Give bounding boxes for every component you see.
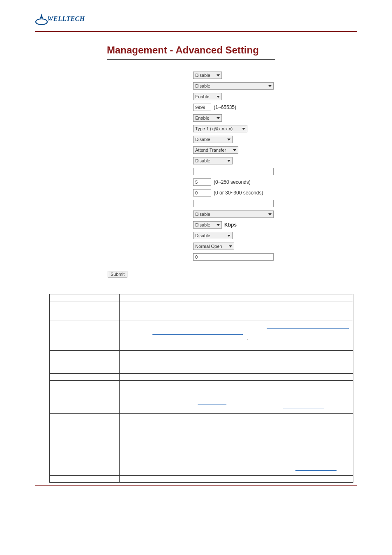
input-web-login-port[interactable] xyxy=(193,104,211,111)
brand-name: WELLTECH xyxy=(47,15,85,23)
label-send-flash-event: Send Flash Event: xyxy=(107,136,193,142)
label-syslog-ip: Syslog Server IP Address: xyxy=(107,201,193,206)
label-mgmt-from-wan: Management from WAN: xyxy=(107,94,193,99)
input-door-open-key[interactable] xyxy=(193,253,274,261)
hint-dhcp-arp-check: (0 or 30~300 seconds) xyxy=(214,190,263,196)
description-table: 。 xyxy=(49,294,353,483)
select-anonymous-call[interactable]: Disable xyxy=(193,82,274,90)
table-row xyxy=(50,414,353,476)
label-encryption-type: Encryption Type: xyxy=(107,158,193,164)
select-net-bw-limit[interactable]: Disable xyxy=(193,221,222,229)
select-telnet-login[interactable]: Enable xyxy=(193,114,222,122)
select-encryption-type[interactable]: Disable xyxy=(193,157,233,164)
desc-field xyxy=(50,321,120,351)
submit-button[interactable]: Submit xyxy=(108,271,127,278)
table-row xyxy=(50,476,353,483)
label-ip-dialing-format: IP Dialing Format: xyxy=(107,126,193,132)
desc-value xyxy=(120,414,353,476)
desc-field xyxy=(50,301,120,321)
input-encryption-key[interactable] xyxy=(193,168,274,175)
desc-field xyxy=(50,294,120,301)
select-icmp-not-echo[interactable]: Disable xyxy=(193,72,222,79)
settings-form: ICMP Not Echo: Disable Anonymous Call: D… xyxy=(0,60,279,261)
desc-field xyxy=(50,381,120,397)
desc-field xyxy=(50,374,120,381)
welltech-logo-icon xyxy=(35,12,48,25)
desc-field xyxy=(50,351,120,374)
input-syslog-ip[interactable] xyxy=(193,200,274,207)
select-system-log[interactable]: Disable xyxy=(193,210,274,218)
desc-value xyxy=(120,294,353,301)
label-dhcp-arp-check: DHCP Gateway ARP Check Period: xyxy=(107,190,193,196)
desc-value xyxy=(120,397,353,414)
select-relay-mode[interactable]: Normal Open xyxy=(193,243,234,250)
desc-value xyxy=(120,301,353,321)
desc-field xyxy=(50,414,120,476)
label-anonymous-call: Anonymous Call: xyxy=(107,83,193,89)
input-dhcp-arp-check[interactable] xyxy=(193,189,211,197)
svg-point-0 xyxy=(36,19,47,25)
label-relay-control: Relay Control: xyxy=(107,233,193,238)
label-door-open-key: Door Open Key: xyxy=(107,254,193,260)
desc-value xyxy=(120,374,353,381)
select-ip-dialing-format[interactable]: Type 1 (x@x.x.x.x) xyxy=(193,125,247,132)
hint-web-login-port: (1~65535) xyxy=(214,104,236,110)
label-net-bw-limit: NET Bandwidth Limit: xyxy=(107,222,193,228)
select-mgmt-from-wan[interactable]: Enable xyxy=(193,93,222,100)
table-row xyxy=(50,301,353,321)
table-row xyxy=(50,381,353,397)
page-title: Management - Advanced Setting xyxy=(107,44,392,56)
label-transfer-key-mode: Transfer Key Mode: xyxy=(107,147,193,153)
desc-value xyxy=(120,476,353,483)
desc-value xyxy=(120,351,353,374)
desc-value xyxy=(120,381,353,397)
label-pppoe-retry: PPPoE Retry Period: xyxy=(107,179,193,185)
label-encryption-key: Encryption Key: xyxy=(107,169,193,174)
label-system-log: System Log: xyxy=(107,211,193,217)
hint-pppoe-retry: (0~250 seconds) xyxy=(214,179,251,185)
select-relay-control[interactable]: Disable xyxy=(193,232,233,239)
table-row xyxy=(50,351,353,374)
desc-field xyxy=(50,397,120,414)
label-relay-mode: Relay Mode: xyxy=(107,243,193,249)
desc-field xyxy=(50,476,120,483)
brand-logo: WELLTECH xyxy=(35,12,392,25)
desc-value: 。 xyxy=(120,321,353,351)
table-row xyxy=(50,397,353,414)
footer-divider xyxy=(35,485,357,486)
hint-net-bw-limit: Kbps xyxy=(224,222,237,228)
header: WELLTECH xyxy=(0,0,392,29)
select-transfer-key-mode[interactable]: Attend Transfer xyxy=(193,146,238,154)
table-row: 。 xyxy=(50,321,353,351)
table-row xyxy=(50,374,353,381)
select-send-flash-event[interactable]: Disable xyxy=(193,136,233,143)
label-icmp-not-echo: ICMP Not Echo: xyxy=(107,72,193,78)
label-telnet-login: Telnet Login: xyxy=(107,115,193,121)
label-web-login-port: WEB Login Port: xyxy=(107,104,193,110)
input-pppoe-retry[interactable] xyxy=(193,178,211,186)
table-row xyxy=(50,294,353,301)
